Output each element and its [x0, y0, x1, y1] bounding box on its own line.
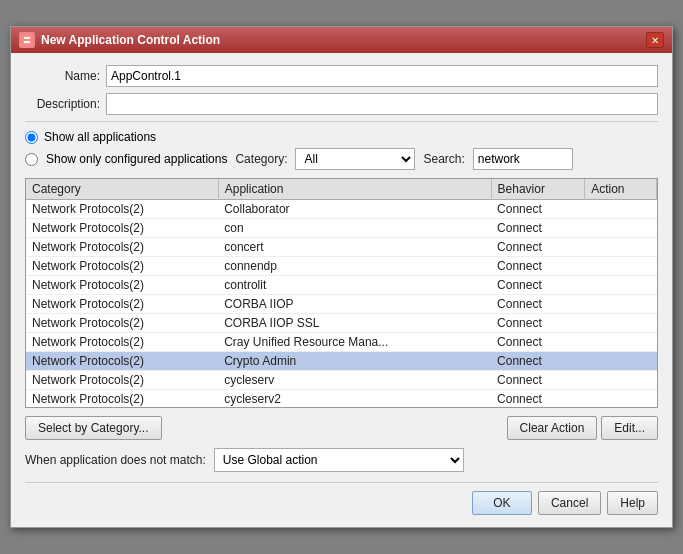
dialog-title: New Application Control Action	[41, 33, 220, 47]
app-icon	[19, 32, 35, 48]
search-input[interactable]	[473, 148, 573, 170]
search-label: Search:	[423, 152, 464, 166]
svg-rect-1	[24, 37, 30, 39]
right-button-group: Clear Action Edit...	[507, 416, 658, 440]
cell-category: Network Protocols(2)	[26, 200, 218, 219]
table-row[interactable]: Network Protocols(2)cycleservConnect	[26, 371, 657, 390]
table-row[interactable]: Network Protocols(2)controlitConnect	[26, 276, 657, 295]
dialog-window: New Application Control Action ✕ Name: D…	[10, 26, 673, 528]
col-application: Application	[218, 179, 491, 200]
cell-action	[585, 390, 657, 409]
cell-behavior: Connect	[491, 200, 585, 219]
cell-behavior: Connect	[491, 295, 585, 314]
name-row: Name:	[25, 65, 658, 87]
ok-cancel-row: OK Cancel Help	[25, 482, 658, 515]
name-input[interactable]	[106, 65, 658, 87]
col-behavior: Behavior	[491, 179, 585, 200]
dialog-body: Name: Description: Show all applications…	[11, 53, 672, 527]
cell-application: CORBA IIOP	[218, 295, 491, 314]
cell-application: controlit	[218, 276, 491, 295]
svg-rect-0	[22, 35, 32, 45]
cell-application: cycleserv	[218, 371, 491, 390]
when-row: When application does not match: Use Glo…	[25, 448, 658, 472]
table-body: Network Protocols(2)CollaboratorConnectN…	[26, 200, 657, 409]
radio-show-all[interactable]	[25, 131, 38, 144]
close-button[interactable]: ✕	[646, 32, 664, 48]
cell-category: Network Protocols(2)	[26, 314, 218, 333]
cell-behavior: Connect	[491, 333, 585, 352]
radio-show-configured-row: Show only configured applications Catego…	[25, 148, 658, 170]
svg-rect-2	[24, 41, 30, 43]
description-label: Description:	[25, 97, 100, 111]
cell-behavior: Connect	[491, 390, 585, 409]
cell-application: con	[218, 219, 491, 238]
radio-group: Show all applications Show only configur…	[25, 130, 658, 170]
col-action: Action	[585, 179, 657, 200]
cell-behavior: Connect	[491, 314, 585, 333]
table-row[interactable]: Network Protocols(2)cycleserv2Connect	[26, 390, 657, 409]
applications-table: Category Application Behavior Action Net…	[26, 179, 657, 408]
cell-application: cycleserv2	[218, 390, 491, 409]
when-label: When application does not match:	[25, 453, 206, 467]
cell-category: Network Protocols(2)	[26, 333, 218, 352]
ok-button[interactable]: OK	[472, 491, 532, 515]
cancel-button[interactable]: Cancel	[538, 491, 601, 515]
description-row: Description:	[25, 93, 658, 115]
cell-action	[585, 295, 657, 314]
cell-category: Network Protocols(2)	[26, 352, 218, 371]
cell-application: CORBA IIOP SSL	[218, 314, 491, 333]
clear-action-button[interactable]: Clear Action	[507, 416, 598, 440]
cell-category: Network Protocols(2)	[26, 390, 218, 409]
table-row[interactable]: Network Protocols(2)CORBA IIOP SSLConnec…	[26, 314, 657, 333]
title-bar-left: New Application Control Action	[19, 32, 220, 48]
cell-action	[585, 276, 657, 295]
cell-action	[585, 238, 657, 257]
cell-action	[585, 314, 657, 333]
cell-application: connendp	[218, 257, 491, 276]
description-input[interactable]	[106, 93, 658, 115]
cell-application: Collaborator	[218, 200, 491, 219]
radio-show-all-row: Show all applications	[25, 130, 658, 144]
cell-category: Network Protocols(2)	[26, 257, 218, 276]
table-row[interactable]: Network Protocols(2)CORBA IIOPConnect	[26, 295, 657, 314]
table-row[interactable]: Network Protocols(2)Cray Unified Resourc…	[26, 333, 657, 352]
category-label: Category:	[235, 152, 287, 166]
cell-action	[585, 200, 657, 219]
cell-application: Cray Unified Resource Mana...	[218, 333, 491, 352]
radio-show-configured[interactable]	[25, 153, 38, 166]
table-row[interactable]: Network Protocols(2)concertConnect	[26, 238, 657, 257]
col-category: Category	[26, 179, 218, 200]
cell-action	[585, 371, 657, 390]
category-select[interactable]: All	[295, 148, 415, 170]
cell-behavior: Connect	[491, 371, 585, 390]
table-row[interactable]: Network Protocols(2)CollaboratorConnect	[26, 200, 657, 219]
cell-behavior: Connect	[491, 238, 585, 257]
cell-category: Network Protocols(2)	[26, 219, 218, 238]
cell-action	[585, 333, 657, 352]
cell-action	[585, 219, 657, 238]
cell-behavior: Connect	[491, 257, 585, 276]
table-row[interactable]: Network Protocols(2)connendpConnect	[26, 257, 657, 276]
radio-show-configured-label: Show only configured applications	[46, 152, 227, 166]
cell-behavior: Connect	[491, 219, 585, 238]
cell-behavior: Connect	[491, 276, 585, 295]
select-by-category-button[interactable]: Select by Category...	[25, 416, 162, 440]
cell-application: Crypto Admin	[218, 352, 491, 371]
cell-category: Network Protocols(2)	[26, 295, 218, 314]
table-header-row: Category Application Behavior Action	[26, 179, 657, 200]
cell-category: Network Protocols(2)	[26, 371, 218, 390]
title-bar: New Application Control Action ✕	[11, 27, 672, 53]
when-select[interactable]: Use Global action Allow Block Ask	[214, 448, 464, 472]
name-label: Name:	[25, 69, 100, 83]
table-row[interactable]: Network Protocols(2)Crypto AdminConnect	[26, 352, 657, 371]
applications-table-container: Category Application Behavior Action Net…	[25, 178, 658, 408]
cell-action	[585, 352, 657, 371]
radio-show-all-label: Show all applications	[44, 130, 156, 144]
table-row[interactable]: Network Protocols(2)conConnect	[26, 219, 657, 238]
edit-button[interactable]: Edit...	[601, 416, 658, 440]
separator-1	[25, 121, 658, 122]
bottom-buttons-row: Select by Category... Clear Action Edit.…	[25, 416, 658, 440]
cell-category: Network Protocols(2)	[26, 238, 218, 257]
help-button[interactable]: Help	[607, 491, 658, 515]
cell-application: concert	[218, 238, 491, 257]
